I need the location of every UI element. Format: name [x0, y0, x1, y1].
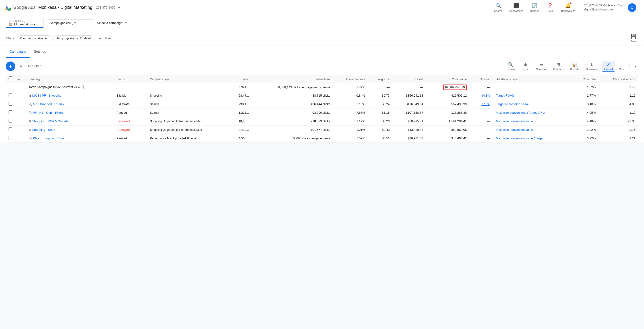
tab-settings[interactable]: Settings [30, 46, 50, 58]
row-bid-strategy-cell: Maximize conversions (Target CPA) [493, 108, 572, 117]
appearance-icon: ⬛ [513, 3, 519, 8]
campaign-filter-dropdown[interactable]: Campaigns (246) ▾ [46, 19, 94, 26]
header-campaign[interactable]: Campaign [26, 74, 114, 83]
home-icon: 🏠 [9, 22, 12, 26]
total-impr-cell: 379,1... [228, 83, 252, 91]
chevron-down-button[interactable]: ▾ [632, 63, 638, 69]
more-button[interactable]: ⋮ More [617, 61, 627, 71]
row-campaign-name-cell: 🛍 Shopping_ USA & Canada [26, 117, 114, 126]
header-bid-strategy[interactable]: Bid strategy type [493, 74, 572, 83]
header-interactions[interactable]: Interactions [252, 74, 333, 83]
save-button[interactable]: 💾 Save [628, 33, 638, 44]
add-filter-button[interactable]: Add filter [96, 36, 114, 41]
columns-table-action[interactable]: ⊞ Columns [551, 61, 566, 71]
search-table-label: Search [507, 68, 515, 70]
search-table-action[interactable]: 🔍 Search [504, 61, 517, 71]
table-row: 🔍 PF | NB | Cabin FiltersPausedSearch1,2… [6, 108, 638, 117]
row-interactions-cell: 101,677 clicks [252, 126, 333, 134]
row-conv-rate-cell: 2.77% [572, 91, 598, 100]
campaign-name-link[interactable]: MK | Branded | 11 July [33, 102, 64, 106]
row-checkbox[interactable] [8, 119, 12, 123]
header-impr[interactable]: Impr. [228, 74, 252, 83]
toolbar-filters: Filters Campaign status: All Ad group st… [0, 31, 644, 46]
row-avg-cost-cell: $0.23 [368, 117, 392, 126]
header-campaign-type[interactable]: Campaign type [147, 74, 228, 83]
tab-campaigns[interactable]: Campaigns [6, 46, 30, 58]
row-checkbox[interactable] [8, 136, 12, 140]
account-display-text: 201-870-1409 Mobikasa - Digit... [584, 3, 626, 7]
row-impr-cell: 8,419... [228, 126, 252, 134]
row-avg-cost-cell: $1.15 [368, 108, 392, 117]
row-bid-strategy-cell: Maximize conversion value (Target... [493, 134, 572, 143]
total-status-dot-cell [15, 83, 26, 91]
bid-strategy-link[interactable]: Maximize conversion value [496, 128, 533, 131]
header-conv-value[interactable]: Conv. value [426, 74, 470, 83]
campaign-name-link[interactable]: PF | NB | Cabin Filters [33, 111, 64, 114]
header-conv-value-cost[interactable]: Conv. value / cost [598, 74, 638, 83]
refresh-nav-button[interactable]: 🔄 Refresh [527, 2, 542, 13]
campaign-name-link[interactable]: Shopping_ USA & Canada [32, 119, 68, 123]
user-avatar[interactable]: D [628, 3, 636, 12]
reports-table-action[interactable]: 📊 Reports [568, 61, 582, 71]
bid-strategy-link[interactable]: Target ROAS [496, 94, 514, 97]
notifications-nav-label: Notifications [561, 9, 575, 12]
header-conv-rate[interactable]: Conv. rate [572, 74, 598, 83]
row-checkbox[interactable] [8, 110, 12, 114]
campaign-name-link[interactable]: PMax: Shopping - Smart [33, 136, 66, 140]
header-optimiz[interactable]: Optimiz. [470, 74, 493, 83]
row-checkbox[interactable] [8, 127, 12, 131]
optimiz-link[interactable]: 94.1% [482, 94, 490, 97]
campaign-type-icon: 🛍 [28, 94, 32, 97]
header-cost[interactable]: ↓ Cost [392, 74, 426, 83]
refresh-nav-label: Refresh [530, 9, 539, 12]
table-row: 📈 PMax: Shopping - SmartPausedPerformanc… [6, 134, 638, 143]
total-cost-cell: — [392, 83, 426, 91]
search-nav-button[interactable]: 🔍 Search [491, 2, 506, 13]
row-campaign-name-cell: 🛍 MK 3 | PF | Shopping [26, 91, 114, 100]
optimiz-link[interactable]: 77.3% [482, 102, 490, 106]
layers-icon: ◈ [524, 62, 527, 67]
bid-strategy-link[interactable]: Maximize conversion value (Target... [496, 136, 546, 140]
appearance-nav-button[interactable]: ⬛ Appearance [506, 2, 526, 13]
table-row: 🛍 MK 3 | PF | ShoppingEligibleShopping58… [6, 91, 638, 100]
header-checkbox-cell [6, 74, 15, 83]
header-interaction-rate[interactable]: Interaction rate [333, 74, 368, 83]
table-add-filter-text[interactable]: Add filter [28, 64, 41, 68]
row-status-dot-cell [15, 134, 26, 143]
select-all-checkbox[interactable] [8, 76, 12, 80]
download-table-action[interactable]: ⬇ Download [584, 61, 600, 71]
campaign-name-link[interactable]: MK 3 | PF | Shopping [32, 94, 61, 97]
row-campaign-type-cell: Shopping Upgraded to Performance Max [147, 126, 228, 134]
header-status[interactable]: Status [114, 74, 147, 83]
expand-button[interactable]: ⤢ Expand [602, 61, 615, 72]
layers-table-action[interactable]: ◈ Layers [519, 61, 532, 71]
filter-icon-button[interactable]: ⛛ [17, 62, 26, 70]
view-filter-dropdown[interactable]: View (2 filters) 🏠 All campaigns ▾ [6, 18, 44, 28]
campaign-name-link[interactable]: Shopping - Smart [32, 128, 56, 131]
row-checkbox[interactable] [8, 102, 12, 106]
bid-strategy-link[interactable]: Maximize conversion value [496, 119, 533, 123]
ad-group-status-chip[interactable]: Ad group status: Enabled [53, 35, 94, 41]
add-button[interactable]: + [6, 61, 15, 71]
help-nav-button[interactable]: ❓ Help [543, 2, 557, 13]
search-icon: 🔍 [496, 3, 502, 8]
select-campaign-text: Select a campaign [97, 21, 122, 25]
google-ads-logo-icon [4, 4, 12, 11]
filters-label: Filters [6, 36, 14, 40]
row-interaction-rate-cell: 62.16% [333, 100, 368, 108]
bid-strategy-link[interactable]: Target impression share [496, 102, 529, 106]
header-avg-cost[interactable]: Avg. cost [368, 74, 392, 83]
row-conv-value-cost-cell: 1.16 [598, 91, 638, 100]
download-table-label: Download [586, 68, 598, 70]
account-dropdown-arrow[interactable]: ▾ [118, 5, 120, 10]
row-cost-cell: $107,658.37 [392, 108, 426, 117]
segment-table-action[interactable]: ☰ Segment [534, 61, 549, 71]
row-checkbox[interactable] [8, 93, 12, 97]
campaign-status-chip[interactable]: Campaign status: All [17, 35, 51, 41]
total-conv-value-highlighted: 62,982,044.19 [443, 84, 467, 90]
campaigns-table: ● Campaign Status Campaign type Impr. In… [6, 74, 638, 143]
notifications-nav-button[interactable]: 🔔 Notifications [558, 2, 578, 13]
row-conv-value-cell: 128,265.36 [426, 108, 470, 117]
bid-strategy-link[interactable]: Maximize conversions (Target CPA) [496, 111, 545, 114]
total-help-icon[interactable]: ⓘ [82, 85, 85, 89]
